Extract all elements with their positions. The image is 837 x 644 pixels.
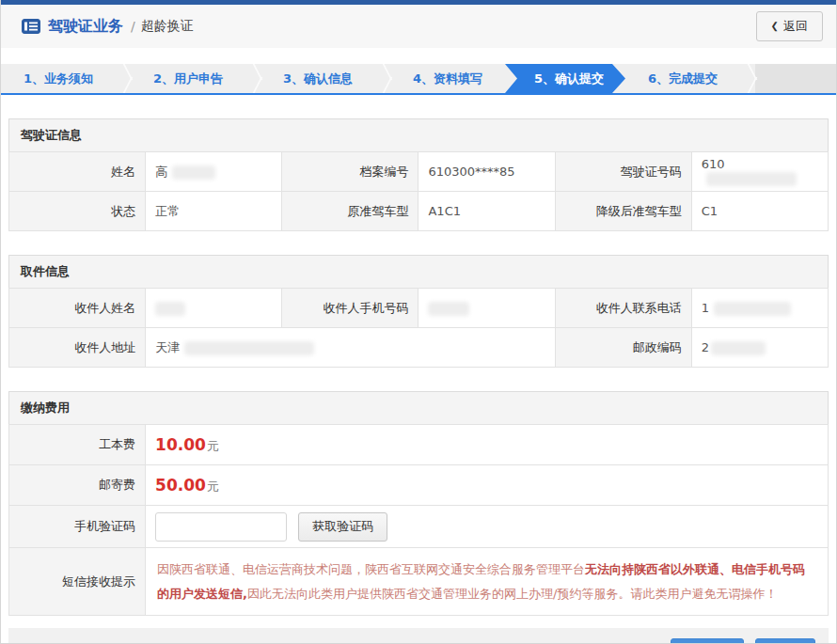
table-row: 邮寄费 50.00元 xyxy=(9,465,829,506)
redacted-value xyxy=(155,302,185,316)
field-label: 姓名 xyxy=(9,152,146,192)
license-card-icon xyxy=(22,19,40,34)
fee-value-card-cost: 10.00元 xyxy=(146,425,829,465)
section-title: 驾驶证信息 xyxy=(8,118,829,152)
back-button[interactable]: ❮ 返回 xyxy=(756,11,823,41)
back-button-label: 返回 xyxy=(783,18,808,35)
payment-table: 工本费 10.00元 邮寄费 50.00元 手机验证码 获取验证码 xyxy=(8,424,829,616)
finish-button[interactable]: 完成 xyxy=(755,638,815,644)
field-label: 状态 xyxy=(9,192,146,231)
field-value-recipient-mobile xyxy=(418,289,555,328)
header: 驾驶证业务 / 超龄换证 ❮ 返回 xyxy=(1,5,836,48)
pickup-info-table: 收件人姓名 收件人手机号码 收件人联系电话 1 收件人地址 天津 邮政编码 2 xyxy=(8,288,829,368)
sms-code-input[interactable] xyxy=(155,512,287,542)
redacted-value xyxy=(184,341,314,355)
redacted-value xyxy=(428,302,469,316)
section-license-info: 驾驶证信息 姓名 高 档案编号 610300****85 驾驶证号码 610 状… xyxy=(8,118,829,231)
table-row: 短信接收提示 因陕西省联通、电信运营商技术问题，陕西省互联网交通安全综合服务管理… xyxy=(9,548,829,616)
step-label: 4、资料填写 xyxy=(413,71,482,87)
step-tab-3[interactable]: 3、确认信息 xyxy=(261,64,375,93)
field-value-license-number: 610 xyxy=(691,152,828,192)
field-label: 收件人手机号码 xyxy=(282,289,418,328)
step-separator xyxy=(740,64,755,93)
fee-amount: 10.00 xyxy=(155,435,206,454)
breadcrumb: 驾驶证业务 / 超龄换证 xyxy=(22,17,194,37)
field-value-downgraded-class: C1 xyxy=(691,192,828,231)
sms-code-cell: 获取验证码 xyxy=(146,506,829,548)
table-row: 姓名 高 档案编号 610300****85 驾驶证号码 610 xyxy=(9,152,829,192)
field-label: 降级后准驾车型 xyxy=(555,192,691,231)
field-label: 驾驶证号码 xyxy=(555,152,691,192)
step-tab-4[interactable]: 4、资料填写 xyxy=(390,64,505,93)
field-value-file-number: 610300****85 xyxy=(418,152,555,192)
fee-value-postage: 50.00元 xyxy=(146,465,829,506)
field-value-status: 正常 xyxy=(146,192,282,231)
step-label: 2、用户申告 xyxy=(153,71,223,87)
redacted-value xyxy=(706,172,797,186)
section-pickup-info: 取件信息 收件人姓名 收件人手机号码 收件人联系电话 1 收件人地址 天津 邮政… xyxy=(8,255,829,368)
field-value-recipient-name xyxy=(146,289,282,328)
field-value-name: 高 xyxy=(146,152,282,192)
notice-part1: 因陕西省联通、电信运营商技术问题，陕西省互联网交通安全综合服务管理平台 xyxy=(157,562,585,576)
field-label: 原准驾车型 xyxy=(282,192,418,231)
redacted-value xyxy=(172,165,215,180)
sms-notice-text: 因陕西省联通、电信运营商技术问题，陕西省互联网交通安全综合服务管理平台无法向持陕… xyxy=(146,548,829,616)
steps-bar: 1、业务须知 2、用户申告 3、确认信息 4、资料填写 5、确认提交 6、完成提… xyxy=(1,64,836,95)
step-label: 3、确认信息 xyxy=(283,71,353,87)
section-title: 取件信息 xyxy=(8,255,829,289)
section-title: 缴纳费用 xyxy=(8,391,829,425)
steps-filler xyxy=(755,64,836,93)
previous-step-button[interactable]: 上一步 xyxy=(671,638,744,644)
license-info-table: 姓名 高 档案编号 610300****85 驾驶证号码 610 状态 正常 原… xyxy=(8,151,829,231)
field-label: 收件人联系电话 xyxy=(555,289,691,328)
get-code-button[interactable]: 获取验证码 xyxy=(298,512,387,542)
page-title: 驾驶证业务 xyxy=(48,17,123,37)
step-tab-6[interactable]: 6、完成提交 xyxy=(625,64,740,93)
fee-unit: 元 xyxy=(207,479,219,494)
table-row: 收件人地址 天津 邮政编码 2 xyxy=(9,328,829,368)
page: 驾驶证业务 / 超龄换证 ❮ 返回 1、业务须知 2、用户申告 3、确认信息 4… xyxy=(0,0,837,644)
field-value-recipient-address: 天津 xyxy=(146,328,555,368)
fee-label: 工本费 xyxy=(9,425,146,465)
step-separator xyxy=(245,64,261,93)
step-label: 6、完成提交 xyxy=(648,71,718,87)
sms-code-label: 手机验证码 xyxy=(9,506,146,548)
fee-unit: 元 xyxy=(207,439,219,453)
field-value-recipient-phone: 1 xyxy=(691,289,828,328)
redacted-value xyxy=(714,302,791,316)
chevron-left-icon: ❮ xyxy=(771,21,779,31)
field-label: 收件人地址 xyxy=(9,328,146,368)
breadcrumb-separator: / xyxy=(131,19,135,34)
field-value-postal-code: 2 xyxy=(691,328,828,368)
field-label: 收件人姓名 xyxy=(9,289,146,328)
section-payment: 缴纳费用 工本费 10.00元 邮寄费 50.00元 手机验证码 xyxy=(8,391,829,616)
step-label: 1、业务须知 xyxy=(24,71,93,87)
field-label: 档案编号 xyxy=(282,152,418,192)
fee-amount: 50.00 xyxy=(155,476,206,495)
table-row: 状态 正常 原准驾车型 A1C1 降级后准驾车型 C1 xyxy=(9,192,829,231)
field-label: 邮政编码 xyxy=(555,328,691,368)
notice-label: 短信接收提示 xyxy=(9,548,146,616)
table-row: 收件人姓名 收件人手机号码 收件人联系电话 1 xyxy=(9,289,829,328)
step-separator xyxy=(375,64,390,93)
page-subtitle: 超龄换证 xyxy=(141,18,194,35)
step-tab-2[interactable]: 2、用户申告 xyxy=(131,64,245,93)
step-tab-1[interactable]: 1、业务须知 xyxy=(1,64,116,93)
fee-label: 邮寄费 xyxy=(9,465,146,506)
step-label: 5、确认提交 xyxy=(534,71,604,87)
field-value-original-class: A1C1 xyxy=(418,192,555,231)
table-row: 工本费 10.00元 xyxy=(9,425,829,465)
notice-part3: 因此无法向此类用户提供陕西省交通管理业务的网上办理/预约等服务。请此类用户避免无… xyxy=(247,587,777,601)
main-content: 驾驶证信息 姓名 高 档案编号 610300****85 驾驶证号码 610 状… xyxy=(1,118,836,616)
redacted-value xyxy=(711,341,766,355)
step-separator xyxy=(116,64,131,93)
table-row: 手机验证码 获取验证码 xyxy=(9,506,829,548)
footer-action-bar: 上一步 完成 xyxy=(8,628,829,644)
step-tab-5-active[interactable]: 5、确认提交 xyxy=(505,64,625,93)
